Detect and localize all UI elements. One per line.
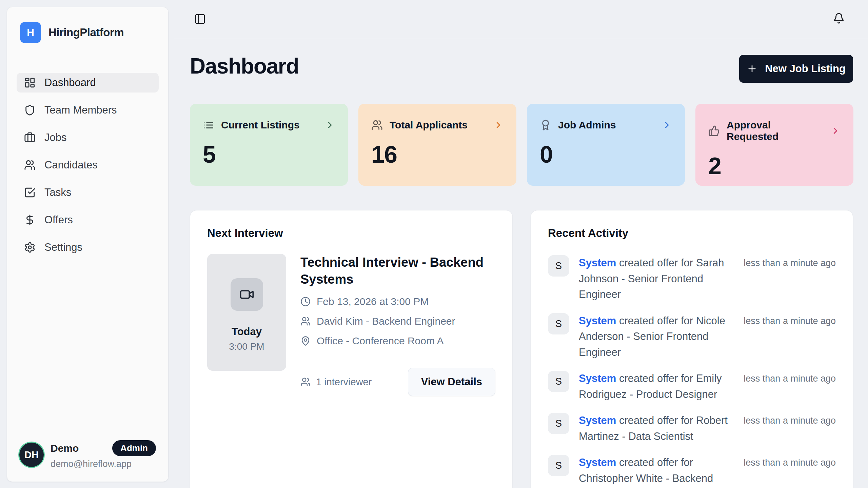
award-icon (540, 119, 551, 131)
recent-activity-heading: Recent Activity (548, 227, 836, 240)
sidebar-item-dashboard[interactable]: Dashboard (17, 73, 159, 93)
activity-timestamp: less than a minute ago (744, 313, 836, 326)
stat-value: 0 (540, 141, 672, 168)
stat-value: 2 (708, 152, 841, 180)
users-icon (300, 316, 311, 326)
chevron-right-icon (830, 126, 841, 136)
interview-location: Office - Conference Room A (317, 335, 444, 347)
stat-label: Total Applicants (390, 119, 468, 131)
sidebar: H HiringPlatform Dashboard Team Members … (7, 7, 169, 482)
users-icon (371, 119, 383, 131)
sidebar-item-team-members[interactable]: Team Members (17, 100, 159, 120)
activity-text: System created offer for Robert Martinez… (579, 413, 734, 444)
interview-datetime: Feb 13, 2026 at 3:00 PM (317, 296, 429, 307)
activity-avatar: S (548, 413, 569, 434)
sidebar-item-candidates[interactable]: Candidates (17, 155, 159, 175)
activity-list: S System created offer for Sarah Johnson… (548, 255, 836, 488)
chevron-right-icon (493, 120, 504, 130)
brand-name: HiringPlatform (48, 26, 124, 39)
stat-label: Job Admins (558, 119, 616, 131)
stat-card-approval-requested[interactable]: Approval Requested 2 (695, 104, 853, 186)
activity-text: System created offer for Christopher Whi… (579, 455, 734, 488)
activity-text: System created offer for Emily Rodriguez… (579, 371, 734, 402)
interview-datetime-row: Feb 13, 2026 at 3:00 PM (300, 296, 495, 307)
plus-icon (747, 63, 757, 74)
notifications-button[interactable] (831, 11, 846, 26)
dollar-icon (24, 214, 36, 226)
activity-text: System created offer for Nicole Anderson… (579, 313, 734, 361)
stat-label: Current Listings (221, 119, 300, 131)
sidebar-item-jobs[interactable]: Jobs (17, 128, 159, 147)
panel-left-icon (194, 13, 206, 25)
interview-date-tile: Today 3:00 PM (207, 254, 286, 371)
bell-icon (833, 13, 845, 24)
activity-timestamp: less than a minute ago (744, 413, 836, 426)
stat-label: Approval Requested (727, 119, 824, 142)
next-interview-heading: Next Interview (207, 227, 495, 240)
activity-item: S System created offer for Sarah Johnson… (548, 255, 836, 303)
brand-logo: H (20, 22, 41, 43)
interview-location-row: Office - Conference Room A (300, 335, 495, 347)
activity-actor-link[interactable]: System (579, 414, 616, 426)
interview-title: Technical Interview - Backend Systems (300, 254, 494, 288)
avatar: DH (19, 443, 44, 467)
interviewer-count: 1 interviewer (300, 377, 372, 388)
header-divider (174, 38, 868, 38)
sidebar-toggle-button[interactable] (193, 12, 208, 26)
sidebar-item-label: Candidates (44, 159, 98, 171)
brand: H HiringPlatform (17, 19, 159, 43)
users-icon (24, 159, 36, 171)
view-details-button[interactable]: View Details (408, 368, 495, 396)
stat-card-job-admins[interactable]: Job Admins 0 (527, 104, 685, 186)
sidebar-item-label: Jobs (44, 131, 66, 144)
activity-item: S System created offer for Christopher W… (548, 455, 836, 488)
next-interview-card: Next Interview Today 3:00 PM Technical I… (190, 210, 513, 488)
layout-dashboard-icon (24, 77, 36, 88)
sidebar-item-offers[interactable]: Offers (17, 210, 159, 230)
activity-actor-link[interactable]: System (579, 372, 616, 384)
thumbs-up-icon (708, 125, 720, 137)
user-email: demo@hireflow.app (51, 459, 156, 469)
stat-value: 16 (371, 141, 504, 168)
new-job-listing-button[interactable]: New Job Listing (739, 55, 853, 83)
activity-avatar: S (548, 313, 569, 334)
activity-timestamp: less than a minute ago (744, 255, 836, 268)
role-badge: Admin (112, 440, 156, 456)
interview-day: Today (232, 326, 262, 338)
sidebar-item-tasks[interactable]: Tasks (17, 183, 159, 202)
video-icon-box (231, 278, 263, 311)
sidebar-item-label: Dashboard (44, 77, 96, 89)
sidebar-item-label: Tasks (44, 186, 71, 199)
map-pin-icon (300, 336, 311, 346)
activity-actor-link[interactable]: System (579, 315, 616, 327)
sidebar-nav: Dashboard Team Members Jobs Candidates T… (17, 73, 159, 257)
clock-icon (300, 297, 311, 307)
page-title: Dashboard (190, 54, 299, 79)
activity-actor-link[interactable]: System (579, 456, 616, 468)
sidebar-item-label: Team Members (44, 104, 117, 116)
activity-avatar: S (548, 455, 569, 476)
chevron-right-icon (662, 120, 672, 130)
shield-icon (24, 104, 36, 116)
stat-card-total-applicants[interactable]: Total Applicants 16 (358, 104, 516, 186)
interview-details: Technical Interview - Backend Systems Fe… (300, 254, 495, 396)
list-icon (203, 119, 214, 131)
user-menu[interactable]: DH Demo Admin demo@hireflow.app (17, 438, 159, 471)
activity-actor-link[interactable]: System (579, 257, 616, 269)
activity-item: S System created offer for Emily Rodrigu… (548, 371, 836, 402)
interview-time: 3:00 PM (229, 341, 264, 352)
activity-timestamp: less than a minute ago (744, 455, 836, 468)
chevron-right-icon (325, 120, 335, 130)
sidebar-item-settings[interactable]: Settings (17, 238, 159, 257)
stat-cards-row: Current Listings 5 Total Applicants 16 J… (190, 104, 853, 186)
activity-avatar: S (548, 255, 569, 277)
stat-value: 5 (203, 141, 335, 168)
video-icon (239, 287, 254, 302)
briefcase-icon (24, 132, 36, 143)
sidebar-item-label: Settings (44, 241, 82, 253)
gear-icon (24, 242, 36, 253)
check-square-icon (24, 187, 36, 198)
user-meta: Demo Admin demo@hireflow.app (51, 440, 156, 469)
stat-card-current-listings[interactable]: Current Listings 5 (190, 104, 348, 186)
activity-item: S System created offer for Nicole Anders… (548, 313, 836, 361)
